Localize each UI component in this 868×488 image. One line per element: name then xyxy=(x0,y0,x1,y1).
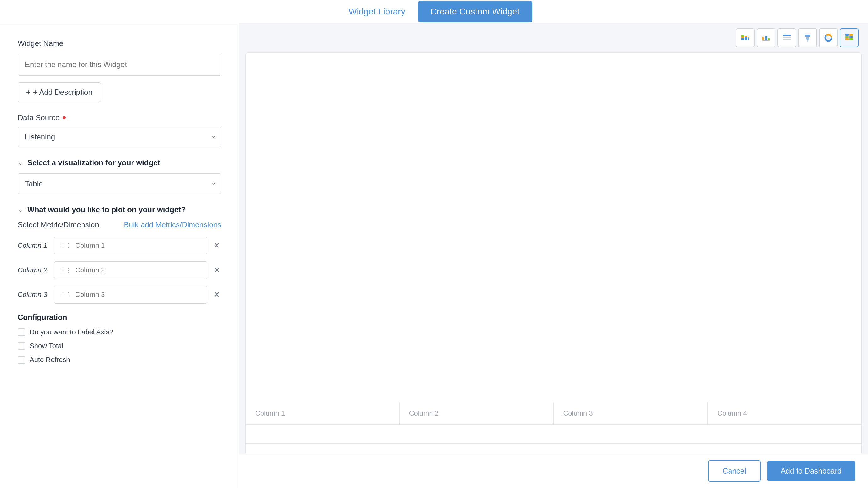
svg-rect-24 xyxy=(845,38,849,40)
remove-column-3-button[interactable]: ✕ xyxy=(212,289,221,300)
column-3-input[interactable] xyxy=(75,291,202,299)
table-list-icon xyxy=(782,33,791,42)
add-description-label: + Add Description xyxy=(33,88,93,97)
svg-rect-12 xyxy=(783,37,790,38)
preview-col-3: Column 3 xyxy=(554,402,708,425)
svg-rect-8 xyxy=(765,36,767,40)
svg-rect-3 xyxy=(745,37,747,40)
column-3-input-wrap: ⋮⋮ xyxy=(54,286,208,304)
config-section: Configuration Do you want to Label Axis?… xyxy=(18,313,221,364)
plot-section-label: What would you like to plot on your widg… xyxy=(27,205,186,214)
bar-chart-button[interactable] xyxy=(756,28,775,47)
stacked-bar-chart-button[interactable] xyxy=(736,28,755,47)
show-total-checkbox[interactable] xyxy=(18,342,25,350)
svg-rect-23 xyxy=(849,36,853,38)
svg-marker-14 xyxy=(804,35,811,37)
chart-type-toolbar xyxy=(239,23,868,52)
donut-icon xyxy=(824,33,833,42)
show-total-text: Show Total xyxy=(30,342,63,350)
column-row-1: Column 1 ⋮⋮ ✕ xyxy=(18,237,221,254)
column-1-input-wrap: ⋮⋮ xyxy=(54,237,208,254)
chevron-down-icon-2: ⌄ xyxy=(18,206,23,213)
remove-column-1-button[interactable]: ✕ xyxy=(212,240,221,251)
funnel-button[interactable] xyxy=(798,28,817,47)
svg-rect-9 xyxy=(768,38,770,40)
grid-table-button[interactable] xyxy=(840,28,859,47)
donut-button[interactable] xyxy=(819,28,838,47)
footer: Cancel Add to Dashboard xyxy=(239,454,868,488)
svg-marker-15 xyxy=(806,37,809,40)
checkbox-row-label-axis: Do you want to Label Axis? xyxy=(18,328,221,336)
column-2-input[interactable] xyxy=(75,266,202,274)
label-axis-checkbox[interactable] xyxy=(18,328,25,336)
grid-table-icon xyxy=(845,33,854,42)
left-panel: Widget Name + + Add Description Data Sou… xyxy=(0,23,239,488)
column-1-label: Column 1 xyxy=(18,242,49,250)
preview-col-2: Column 2 xyxy=(399,402,554,425)
drag-handle-1[interactable]: ⋮⋮ xyxy=(60,242,71,249)
column-2-label: Column 2 xyxy=(18,266,49,274)
visualization-section-label: Select a visualization for your widget xyxy=(27,158,160,167)
top-navigation: Widget Library Create Custom Widget xyxy=(0,0,868,23)
tab-widget-library[interactable]: Widget Library xyxy=(336,1,418,22)
chevron-down-icon: ⌄ xyxy=(18,159,23,166)
column-1-input[interactable] xyxy=(75,242,202,250)
svg-rect-25 xyxy=(849,38,853,40)
metric-dim-header: Select Metric/Dimension Bulk add Metrics… xyxy=(18,220,221,229)
column-row-3: Column 3 ⋮⋮ ✕ xyxy=(18,286,221,304)
svg-rect-20 xyxy=(845,34,849,36)
preview-area: Column 1 Column 2 Column 3 Column 4 xyxy=(246,52,862,482)
widget-name-label: Widget Name xyxy=(18,39,221,48)
visualization-section-header[interactable]: ⌄ Select a visualization for your widget xyxy=(18,158,221,167)
svg-rect-5 xyxy=(748,38,749,40)
label-axis-text: Do you want to Label Axis? xyxy=(30,328,113,336)
bar-chart-icon xyxy=(762,33,770,42)
plot-section: ⌄ What would you like to plot on your wi… xyxy=(18,205,221,304)
svg-rect-2 xyxy=(742,35,744,36)
column-3-label: Column 3 xyxy=(18,291,49,299)
auto-refresh-checkbox[interactable] xyxy=(18,356,25,364)
svg-rect-0 xyxy=(742,38,744,40)
svg-point-19 xyxy=(827,36,830,39)
data-source-label: Data Source xyxy=(18,113,60,122)
column-row-2: Column 2 ⋮⋮ ✕ xyxy=(18,261,221,279)
preview-col-1: Column 1 xyxy=(246,402,399,425)
svg-rect-21 xyxy=(849,34,853,36)
svg-rect-4 xyxy=(745,36,747,37)
drag-handle-2[interactable]: ⋮⋮ xyxy=(60,267,71,274)
data-source-row: Data Source xyxy=(18,113,221,122)
funnel-icon xyxy=(803,33,812,42)
column-2-input-wrap: ⋮⋮ xyxy=(54,261,208,279)
table-row xyxy=(246,425,861,444)
required-indicator xyxy=(63,116,66,119)
preview-empty-space xyxy=(246,53,861,402)
widget-name-input[interactable] xyxy=(18,54,221,75)
svg-rect-1 xyxy=(742,36,744,38)
remove-column-2-button[interactable]: ✕ xyxy=(212,265,221,276)
config-label: Configuration xyxy=(18,313,221,322)
metric-dim-label: Select Metric/Dimension xyxy=(18,220,99,229)
bulk-add-link[interactable]: Bulk add Metrics/Dimensions xyxy=(124,220,221,229)
right-panel: Column 1 Column 2 Column 3 Column 4 xyxy=(239,23,868,488)
plot-section-header[interactable]: ⌄ What would you like to plot on your wi… xyxy=(18,205,221,214)
svg-rect-11 xyxy=(783,35,790,36)
plus-icon: + xyxy=(26,88,31,97)
svg-rect-13 xyxy=(783,39,790,40)
tab-create-custom-widget[interactable]: Create Custom Widget xyxy=(418,1,532,22)
drag-handle-3[interactable]: ⋮⋮ xyxy=(60,291,71,298)
auto-refresh-text: Auto Refresh xyxy=(30,356,70,364)
svg-marker-16 xyxy=(807,40,808,41)
svg-rect-6 xyxy=(748,36,749,38)
stacked-bar-icon xyxy=(741,33,750,42)
svg-rect-22 xyxy=(845,36,849,38)
main-layout: Widget Name + + Add Description Data Sou… xyxy=(0,23,868,488)
checkbox-row-auto-refresh: Auto Refresh xyxy=(18,356,221,364)
checkbox-row-show-total: Show Total xyxy=(18,342,221,350)
table-list-button[interactable] xyxy=(777,28,796,47)
visualization-select[interactable]: Table Bar Chart Line Chart Donut Funnel xyxy=(18,174,221,194)
add-to-dashboard-button[interactable]: Add to Dashboard xyxy=(767,461,856,481)
cancel-button[interactable]: Cancel xyxy=(708,460,761,482)
data-source-select[interactable]: Listening Analytics Custom xyxy=(18,127,221,147)
svg-rect-7 xyxy=(762,37,764,40)
add-description-button[interactable]: + + Add Description xyxy=(18,83,101,102)
